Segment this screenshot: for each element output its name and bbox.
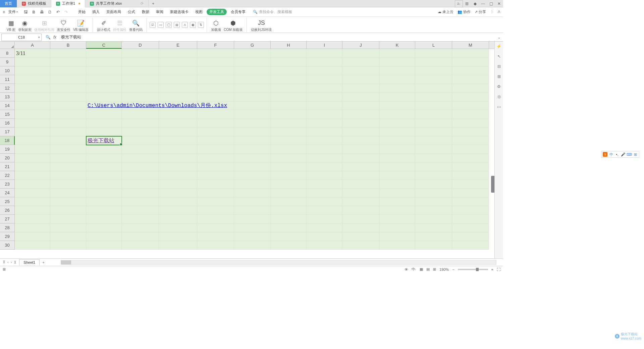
cloud-status[interactable]: ☁未上云 [438, 9, 453, 14]
cell[interactable]: C:\Users\admin\Documents\Downloads\月份.xl… [86, 101, 122, 110]
cell[interactable] [342, 110, 379, 119]
view-break-icon[interactable]: ⊞ [433, 267, 436, 271]
cell[interactable] [307, 223, 342, 232]
cell[interactable] [15, 206, 50, 215]
cell[interactable] [379, 241, 415, 250]
row-header[interactable]: 13 [0, 93, 15, 101]
cell[interactable] [415, 215, 452, 223]
cell[interactable] [342, 162, 379, 171]
cell[interactable] [50, 93, 86, 101]
command-search[interactable]: 🔍 查找命令、搜索模板 [253, 9, 292, 14]
cell[interactable] [122, 119, 159, 128]
cell[interactable] [122, 66, 159, 75]
apps-icon[interactable]: ⊞ [463, 0, 471, 7]
cell[interactable] [50, 145, 86, 154]
cell[interactable] [379, 66, 415, 75]
cell[interactable] [122, 49, 159, 58]
cell[interactable] [234, 58, 271, 66]
cell[interactable] [234, 215, 271, 223]
vb-macro-button[interactable]: ▦VB 宏 [5, 19, 17, 32]
view-code-button[interactable]: 🔍查看代码 [128, 19, 144, 32]
cell[interactable] [415, 189, 452, 197]
cell[interactable] [15, 75, 50, 84]
cell[interactable] [234, 162, 271, 171]
cell[interactable] [342, 93, 379, 101]
cell[interactable] [234, 180, 271, 189]
cell[interactable] [197, 189, 234, 197]
cell[interactable] [307, 241, 342, 250]
cell[interactable] [415, 232, 452, 241]
cell[interactable] [86, 232, 122, 241]
cell[interactable] [271, 197, 307, 206]
cell[interactable] [234, 84, 271, 93]
cell[interactable] [342, 232, 379, 241]
cell[interactable] [159, 215, 197, 223]
sheet-next-icon[interactable]: › [11, 260, 12, 264]
cancel-icon[interactable]: 🔍 [46, 35, 51, 40]
cell[interactable] [122, 241, 159, 250]
row-header[interactable]: 17 [0, 128, 15, 136]
row-header[interactable]: 27 [0, 215, 15, 223]
cell[interactable] [415, 93, 452, 101]
cell[interactable] [122, 93, 159, 101]
control-icon[interactable]: ▤ [174, 22, 180, 28]
cell[interactable] [86, 206, 122, 215]
cell[interactable] [342, 75, 379, 84]
cell[interactable] [452, 197, 489, 206]
cell[interactable] [50, 49, 86, 58]
tab-shared[interactable]: S 共享工作簿.xlsx ⟳ [85, 0, 149, 7]
row-header[interactable]: 22 [0, 171, 15, 180]
cell[interactable] [197, 84, 234, 93]
cell[interactable] [307, 206, 342, 215]
cell[interactable] [415, 162, 452, 171]
cell[interactable] [379, 49, 415, 58]
cell[interactable] [159, 162, 197, 171]
cell[interactable] [307, 189, 342, 197]
cell[interactable] [307, 101, 342, 110]
cell[interactable] [122, 197, 159, 206]
sidebar-style-icon[interactable]: ⊟ [496, 64, 502, 69]
cell[interactable] [415, 223, 452, 232]
cell[interactable] [342, 154, 379, 162]
cell[interactable] [307, 110, 342, 119]
control-icon[interactable]: ▦ [190, 22, 196, 28]
column-header[interactable]: A [15, 42, 50, 49]
cell[interactable] [50, 180, 86, 189]
cell[interactable]: 3/11 [15, 49, 50, 58]
cell[interactable] [452, 49, 489, 58]
cell[interactable] [452, 180, 489, 189]
sidebar-layout-icon[interactable]: ⊞ [496, 74, 502, 79]
cell[interactable] [307, 84, 342, 93]
cell[interactable] [122, 75, 159, 84]
cell[interactable] [415, 110, 452, 119]
cell[interactable] [50, 84, 86, 93]
scroll-thumb[interactable] [61, 260, 71, 264]
column-header[interactable]: K [379, 42, 415, 49]
cell[interactable] [342, 145, 379, 154]
cell[interactable] [271, 232, 307, 241]
cell[interactable]: 极光下载站 [86, 136, 122, 145]
cell[interactable] [234, 49, 271, 58]
cell[interactable] [197, 223, 234, 232]
cell[interactable] [307, 93, 342, 101]
cell[interactable] [159, 197, 197, 206]
cell[interactable] [15, 128, 50, 136]
cell[interactable] [197, 128, 234, 136]
addin-button[interactable]: ⬡加载项 [210, 19, 222, 32]
cell[interactable] [50, 197, 86, 206]
cell[interactable] [50, 101, 86, 110]
row-header[interactable]: 9 [0, 58, 15, 66]
row-header[interactable]: 26 [0, 206, 15, 215]
cell[interactable] [271, 223, 307, 232]
control-icon[interactable]: ◯ [166, 22, 172, 28]
cell[interactable] [86, 128, 122, 136]
cell[interactable] [379, 128, 415, 136]
cell[interactable] [50, 119, 86, 128]
cell[interactable] [342, 223, 379, 232]
cell[interactable] [271, 180, 307, 189]
more-icon[interactable]: ⋮ [490, 10, 494, 14]
cell[interactable] [197, 206, 234, 215]
row-header[interactable]: 18 [0, 136, 15, 145]
tab-view[interactable]: 视图 [193, 8, 205, 16]
cell[interactable] [159, 223, 197, 232]
